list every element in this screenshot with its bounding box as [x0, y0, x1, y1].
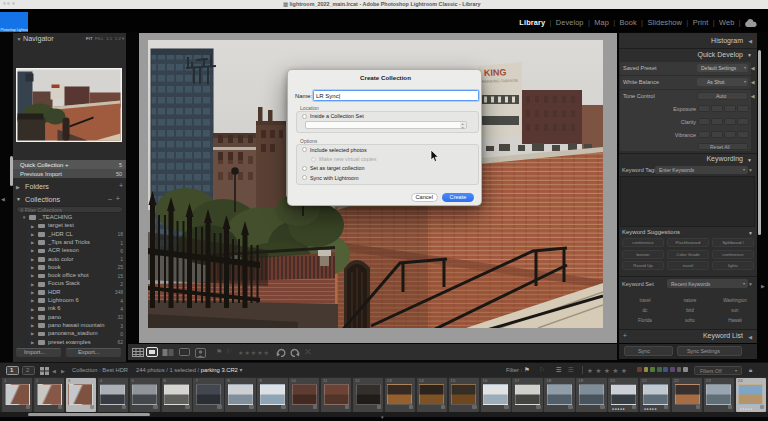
- svg-text:KING: KING: [484, 67, 507, 78]
